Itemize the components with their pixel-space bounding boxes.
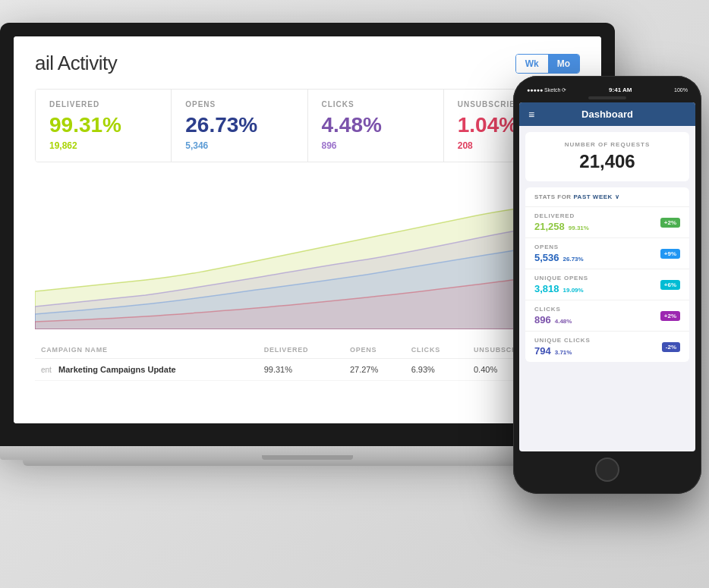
phone-stat-pct-unique-opens: 19.09% bbox=[563, 287, 584, 294]
phone-outer: ●●●●● Sketch ⟳ 9:41 AM 100% ≡ Dashboard … bbox=[513, 76, 701, 494]
phone-stat-pct-delivered: 99.31% bbox=[569, 225, 589, 231]
col-header-clicks: CLICKS bbox=[405, 341, 468, 359]
stat-card-delivered: DELIVERED 99.31% 19,862 bbox=[36, 90, 172, 162]
phone-stat-pct-unique-clicks: 3.71% bbox=[555, 349, 572, 356]
phone-stat-name-clicks: CLICKS bbox=[534, 306, 572, 313]
phone-stat-delivered: DELIVERED 21,258 99.31% +2% bbox=[525, 206, 689, 237]
stat-sub-clicks: 896 bbox=[322, 140, 430, 151]
phone-stat-val-delivered: 21,258 bbox=[534, 221, 565, 232]
campaign-opens: 27.27% bbox=[344, 359, 405, 381]
campaign-prefix: ent bbox=[41, 366, 52, 374]
phone-stat-delivered-info: DELIVERED 21,258 99.31% bbox=[534, 212, 589, 232]
phone-battery: 100% bbox=[674, 87, 688, 93]
campaign-table: CAMPAIGN NAME DELIVERED OPENS CLICKS UNS… bbox=[35, 341, 580, 381]
stats-row: DELIVERED 99.31% 19,862 OPENS 26.73% 5,3… bbox=[35, 89, 580, 162]
scene: ail Activity Wk Mo DELIVERED 99.31% 19,8… bbox=[0, 0, 709, 588]
phone-stat-unique-clicks: UNIQUE CLICKS 794 3.71% -2% bbox=[525, 331, 689, 362]
stat-value-opens: 26.73% bbox=[185, 113, 293, 137]
stats-period[interactable]: PAST WEEK ∨ bbox=[573, 193, 619, 200]
phone-badge-clicks: +2% bbox=[660, 311, 680, 321]
phone-badge-unique-opens: +6% bbox=[660, 280, 680, 290]
phone-badge-unique-clicks: -2% bbox=[662, 342, 680, 352]
phone-speaker bbox=[588, 96, 626, 99]
phone-stat-name-unique-opens: UNIQUE OPENS bbox=[534, 275, 588, 281]
phone-screen: ≡ Dashboard NUMBER OF REQUESTS 21,406 ST… bbox=[519, 102, 695, 451]
phone-stat-opens-info: OPENS 5,536 26.73% bbox=[534, 244, 584, 263]
phone-stats-section: STATS FOR PAST WEEK ∨ DELIVERED 21,258 9… bbox=[525, 187, 689, 362]
phone-stat-opens: OPENS 5,536 26.73% +9% bbox=[525, 237, 689, 269]
phone-signal: ●●●●● Sketch ⟳ bbox=[527, 87, 566, 93]
phone-stat-name-unique-clicks: UNIQUE CLICKS bbox=[534, 337, 591, 344]
phone-stat-clicks: CLICKS 896 4.48% +2% bbox=[525, 300, 689, 331]
phone-content: NUMBER OF REQUESTS 21,406 STATS FOR PAST… bbox=[519, 132, 695, 362]
period-toggle[interactable]: Wk Mo bbox=[515, 54, 580, 74]
campaign-delivered: 99.31% bbox=[258, 359, 344, 381]
request-value: 21,406 bbox=[536, 151, 679, 172]
phone-stat-unique-opens-info: UNIQUE OPENS 3,818 19.09% bbox=[534, 275, 588, 294]
stat-label-clicks: CLICKS bbox=[322, 100, 430, 108]
phone-stat-val-clicks: 896 bbox=[534, 314, 551, 325]
screen-header: ail Activity Wk Mo bbox=[35, 52, 580, 75]
toggle-mo-button[interactable]: Mo bbox=[548, 55, 579, 73]
phone-navbar: ≡ Dashboard bbox=[519, 102, 695, 126]
phone-stat-val-opens: 5,536 bbox=[534, 252, 559, 263]
stat-sub-delivered: 19,862 bbox=[49, 140, 157, 151]
phone-stat-clicks-info: CLICKS 896 4.48% bbox=[534, 306, 572, 325]
stat-value-clicks: 4.48% bbox=[322, 113, 430, 137]
chart-svg bbox=[35, 178, 580, 329]
phone: ●●●●● Sketch ⟳ 9:41 AM 100% ≡ Dashboard … bbox=[513, 76, 701, 494]
stat-card-clicks: CLICKS 4.48% 896 bbox=[308, 90, 444, 162]
phone-badge-delivered: +2% bbox=[660, 218, 680, 228]
phone-nav-title: Dashboard bbox=[581, 108, 633, 120]
stat-label-delivered: DELIVERED bbox=[49, 100, 157, 108]
campaign-name: Marketing Campaigns Update bbox=[58, 365, 176, 374]
phone-stat-unique-opens: UNIQUE OPENS 3,818 19.09% +6% bbox=[525, 269, 689, 300]
phone-stat-val-unique-opens: 3,818 bbox=[534, 283, 559, 294]
page-title: ail Activity bbox=[35, 52, 117, 75]
phone-time: 9:41 AM bbox=[609, 86, 632, 93]
col-header-campaign: CAMPAIGN NAME bbox=[35, 341, 258, 359]
phone-stat-unique-clicks-info: UNIQUE CLICKS 794 3.71% bbox=[534, 337, 591, 357]
laptop-foot bbox=[23, 460, 592, 466]
campaign-clicks: 6.93% bbox=[405, 359, 468, 381]
toggle-wk-button[interactable]: Wk bbox=[516, 55, 548, 73]
phone-stat-name-delivered: DELIVERED bbox=[534, 212, 589, 219]
stat-value-delivered: 99.31% bbox=[49, 113, 157, 137]
phone-stats-header: STATS FOR PAST WEEK ∨ bbox=[525, 187, 689, 206]
request-label: NUMBER OF REQUESTS bbox=[536, 141, 679, 148]
phone-home-button[interactable] bbox=[595, 458, 619, 482]
phone-bottom bbox=[519, 451, 695, 485]
chart-area bbox=[35, 178, 580, 329]
phone-badge-opens: +9% bbox=[660, 249, 680, 259]
col-header-opens: OPENS bbox=[344, 341, 405, 359]
phone-stat-name-opens: OPENS bbox=[534, 244, 584, 250]
phone-stat-pct-opens: 26.73% bbox=[563, 256, 584, 263]
stat-card-opens: OPENS 26.73% 5,346 bbox=[172, 90, 307, 162]
stat-label-opens: OPENS bbox=[185, 100, 293, 108]
table-row: ent Marketing Campaigns Update 99.31% 27… bbox=[35, 359, 580, 381]
campaign-name-cell: ent Marketing Campaigns Update bbox=[35, 359, 258, 381]
phone-status-bar: ●●●●● Sketch ⟳ 9:41 AM 100% bbox=[519, 85, 695, 96]
stat-sub-opens: 5,346 bbox=[185, 140, 293, 151]
phone-stat-pct-clicks: 4.48% bbox=[555, 318, 572, 325]
hamburger-icon[interactable]: ≡ bbox=[528, 108, 534, 121]
col-header-delivered: DELIVERED bbox=[258, 341, 344, 359]
phone-stat-val-unique-clicks: 794 bbox=[534, 345, 551, 357]
phone-request-card: NUMBER OF REQUESTS 21,406 bbox=[525, 132, 689, 181]
